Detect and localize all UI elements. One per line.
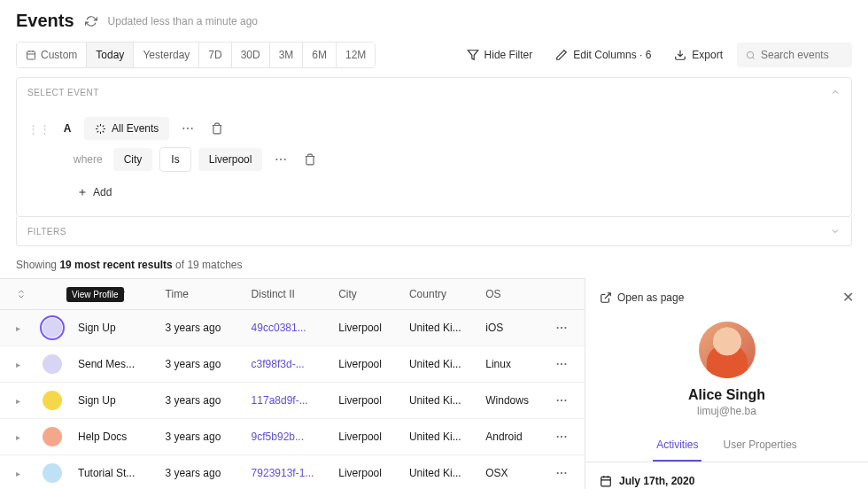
time-cell: 3 years ago xyxy=(159,310,244,346)
export-button[interactable]: Export xyxy=(665,43,732,67)
close-icon[interactable]: ✕ xyxy=(842,289,854,306)
city-cell: Liverpool xyxy=(331,419,402,455)
table-row[interactable]: ▸Sign Up3 years ago49cc0381...LiverpoolU… xyxy=(0,310,585,346)
filter-icon xyxy=(467,49,479,61)
row-menu-icon[interactable]: ··· xyxy=(556,394,568,407)
country-cell: United Ki... xyxy=(402,455,478,490)
table-row[interactable]: ▸Send Mes...3 years agoc3f98f3d-...Liver… xyxy=(0,346,585,383)
date-range-3m[interactable]: 3M xyxy=(270,43,304,67)
svg-point-3 xyxy=(187,128,189,129)
where-more-icon[interactable] xyxy=(269,148,292,171)
refresh-icon[interactable] xyxy=(85,15,97,27)
tab-activities[interactable]: Activities xyxy=(653,430,701,462)
svg-point-4 xyxy=(191,128,193,129)
row-menu-icon[interactable]: ··· xyxy=(556,358,568,370)
date-range-6m[interactable]: 6M xyxy=(303,43,337,67)
svg-point-6 xyxy=(280,159,282,160)
os-cell: Android xyxy=(478,419,549,455)
distinct-id-cell[interactable]: 9cf5b92b... xyxy=(244,419,332,455)
select-event-header[interactable]: SELECT EVENT xyxy=(17,78,851,106)
sparkle-icon xyxy=(95,123,106,135)
row-avatar[interactable] xyxy=(43,427,62,446)
svg-point-2 xyxy=(183,128,185,129)
results-summary: Showing 19 most recent results of 19 mat… xyxy=(0,246,868,278)
city-cell: Liverpool xyxy=(331,310,402,346)
side-tabs: ActivitiesUser Properties xyxy=(585,430,868,462)
where-label: where xyxy=(74,153,103,166)
distinct-id-cell[interactable]: 7923913f-1... xyxy=(244,455,332,490)
date-range-30d[interactable]: 30D xyxy=(232,43,270,67)
date-range-7d[interactable]: 7D xyxy=(199,43,231,67)
calendar-icon xyxy=(600,475,612,487)
row-menu-icon[interactable]: ··· xyxy=(556,431,568,443)
event-name-cell: Sign Up xyxy=(71,310,159,346)
os-cell: Linux xyxy=(478,346,549,383)
user-side-panel: Open as page ✕ Alice Singh limuj@he.ba A… xyxy=(585,278,868,489)
column-city: City xyxy=(331,279,402,310)
date-range-yesterday[interactable]: Yesterday xyxy=(134,43,199,67)
expand-row-icon[interactable]: ▸ xyxy=(16,396,20,406)
row-avatar[interactable] xyxy=(43,354,62,374)
events-table: Event NarTimeDistinct IICityCountryOS ▸S… xyxy=(0,279,585,489)
time-cell: 3 years ago xyxy=(159,346,244,383)
event-more-icon[interactable] xyxy=(176,117,199,140)
updated-text: Updated less than a minute ago xyxy=(108,15,258,27)
time-cell: 3 years ago xyxy=(159,419,244,455)
distinct-id-cell[interactable]: 117a8d9f-... xyxy=(244,383,332,419)
chevron-down-icon xyxy=(830,226,841,237)
hide-filter-button[interactable]: Hide Filter xyxy=(458,43,542,67)
external-icon xyxy=(600,291,612,304)
row-avatar[interactable] xyxy=(43,318,62,338)
filters-panel[interactable]: FILTERS xyxy=(16,217,852,246)
pencil-icon xyxy=(555,49,568,61)
distinct-id-cell[interactable]: c3f98f3d-... xyxy=(244,346,332,383)
where-delete-icon[interactable] xyxy=(299,149,321,170)
event-name-cell: Tutorial St... xyxy=(71,455,159,490)
page-title: Events xyxy=(16,11,74,31)
event-name-cell: Send Mes... xyxy=(71,346,159,383)
row-menu-icon[interactable]: ··· xyxy=(556,322,568,334)
expand-row-icon[interactable]: ▸ xyxy=(16,360,20,369)
profile-email: limuj@he.ba xyxy=(697,405,756,417)
row-avatar[interactable] xyxy=(43,463,62,483)
event-selector[interactable]: All Events xyxy=(84,117,169,140)
table-row[interactable]: ▸Help Docs3 years ago9cf5b92b...Liverpoo… xyxy=(0,419,585,455)
svg-point-7 xyxy=(284,159,286,160)
country-cell: United Ki... xyxy=(402,419,478,455)
drag-handle-icon[interactable]: ⋮⋮ xyxy=(27,122,50,136)
row-menu-icon[interactable]: ··· xyxy=(556,467,568,479)
activity-date-header: July 17th, 2020 xyxy=(585,462,868,489)
search-input[interactable] xyxy=(761,49,843,61)
open-as-page-button[interactable]: Open as page xyxy=(600,291,684,304)
os-cell: iOS xyxy=(478,310,549,346)
svg-point-5 xyxy=(276,159,278,160)
sort-icon[interactable] xyxy=(16,288,27,300)
date-range-12m[interactable]: 12M xyxy=(337,43,375,67)
where-value[interactable]: Liverpool xyxy=(198,148,263,171)
event-name-cell: Sign Up xyxy=(71,383,159,419)
add-button[interactable]: Add xyxy=(74,181,115,204)
svg-point-1 xyxy=(747,51,753,58)
time-cell: 3 years ago xyxy=(159,455,244,490)
profile-name: Alice Singh xyxy=(688,387,765,403)
expand-row-icon[interactable]: ▸ xyxy=(16,432,20,442)
column-os: OS xyxy=(478,279,549,310)
search-box[interactable] xyxy=(737,43,852,67)
column-country: Country xyxy=(402,279,478,310)
expand-row-icon[interactable]: ▸ xyxy=(16,469,20,478)
date-range-custom[interactable]: Custom xyxy=(17,43,87,67)
where-operator[interactable]: Is xyxy=(159,147,190,172)
table-row[interactable]: ▸Sign Up3 years ago117a8d9f-...Liverpool… xyxy=(0,383,585,419)
row-avatar[interactable] xyxy=(43,391,62,410)
where-property[interactable]: City xyxy=(113,148,153,171)
os-cell: OSX xyxy=(478,455,549,490)
date-range-group: CustomTodayYesterday7D30D3M6M12M xyxy=(16,42,376,68)
expand-row-icon[interactable]: ▸ xyxy=(16,323,20,333)
event-delete-icon[interactable] xyxy=(206,118,228,139)
country-cell: United Ki... xyxy=(402,310,478,346)
edit-columns-button[interactable]: Edit Columns · 6 xyxy=(546,43,660,67)
date-range-today[interactable]: Today xyxy=(87,43,134,67)
tab-user-properties[interactable]: User Properties xyxy=(719,430,800,462)
distinct-id-cell[interactable]: 49cc0381... xyxy=(244,310,332,346)
table-row[interactable]: ▸Tutorial St...3 years ago7923913f-1...L… xyxy=(0,455,585,490)
